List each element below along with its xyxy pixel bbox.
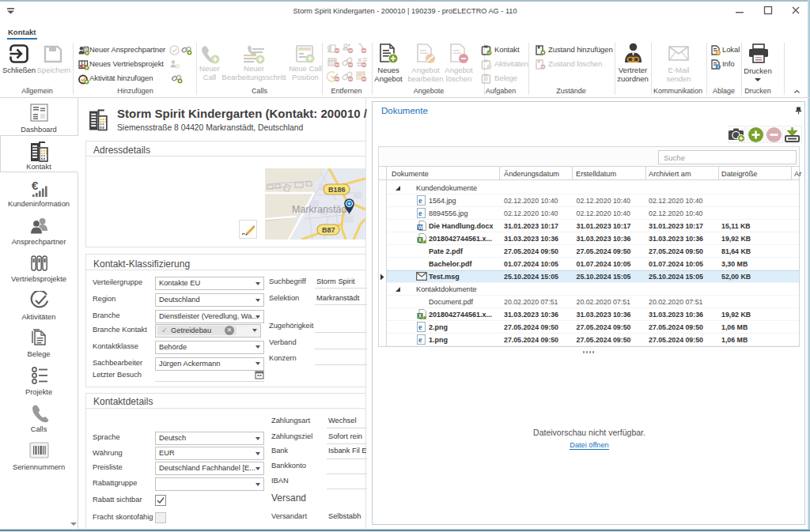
svg-text:W: W [418,224,424,230]
svg-text:X: X [418,237,422,243]
svg-text:X: X [418,313,422,319]
svg-text:B87: B87 [322,226,335,234]
svg-text:e: e [418,196,422,205]
svg-text:B186: B186 [328,186,346,194]
svg-text:€: € [32,179,39,192]
svg-text:e: e [418,323,422,331]
svg-text:Markranstäd: Markranstäd [292,204,347,215]
svg-text:e: e [418,209,422,217]
svg-text:e: e [418,335,422,344]
